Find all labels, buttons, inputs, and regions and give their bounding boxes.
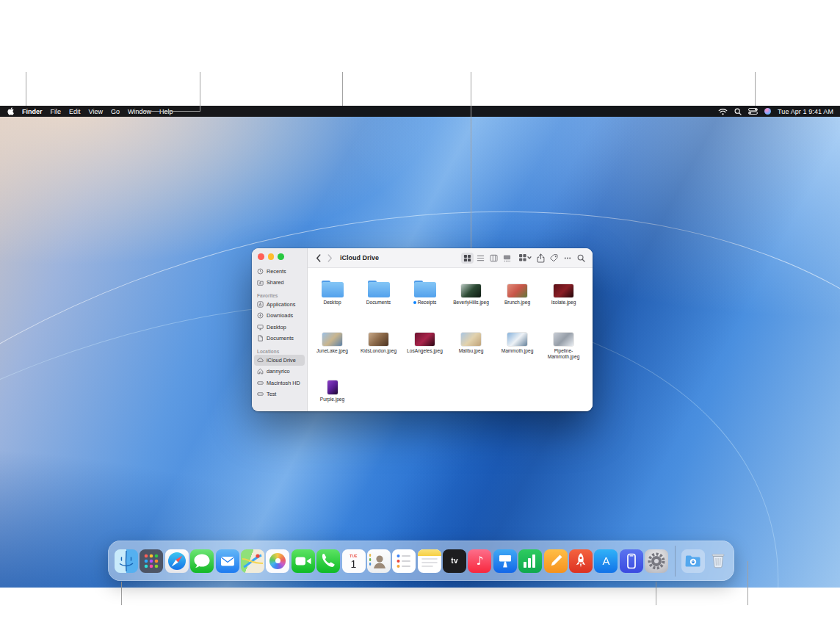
menu-bar-clock[interactable]: Tue Apr 1 9:41 AM <box>778 108 833 115</box>
gallery-view-button[interactable] <box>501 253 513 264</box>
share-icon[interactable] <box>537 253 545 263</box>
close-button[interactable] <box>258 253 264 260</box>
file-documents-folder[interactable]: Documents <box>355 272 402 321</box>
icon-view-button[interactable] <box>461 253 474 264</box>
menu-go[interactable]: Go <box>111 108 120 115</box>
search-icon[interactable] <box>577 254 585 262</box>
callout-line-finder-window <box>471 72 471 249</box>
sidebar-section-locations: Locations <box>252 344 307 355</box>
file-purple[interactable]: Purple.jpeg <box>309 369 355 411</box>
dock-notes-icon[interactable] <box>418 549 441 573</box>
dock-messages-icon[interactable] <box>190 549 214 573</box>
sidebar-item-desktop[interactable]: Desktop <box>254 322 305 333</box>
spotlight-search-icon[interactable] <box>734 108 742 115</box>
dock-photos-icon[interactable] <box>266 549 289 573</box>
image-thumbnail <box>554 284 573 297</box>
sidebar-item-macintosh-hd[interactable]: Macintosh HD <box>254 377 305 389</box>
file-pipeline-mammoth[interactable]: Pipeline-Mammoth.jpeg <box>540 321 587 369</box>
tags-icon[interactable] <box>550 254 558 262</box>
icloud-icon <box>257 357 264 364</box>
sidebar-section-favorites: Favorites <box>252 289 307 299</box>
finder-toolbar: iCloud Drive <box>308 248 593 268</box>
sidebar-item-downloads[interactable]: Downloads <box>254 310 305 322</box>
dock-safari-icon[interactable] <box>165 549 189 573</box>
menu-edit[interactable]: Edit <box>69 108 81 115</box>
file-beverlyhills[interactable]: BeverlyHills.jpeg <box>448 272 494 321</box>
column-view-button[interactable] <box>488 253 500 264</box>
file-label: Malibu.jpeg <box>459 348 484 354</box>
file-receipts-folder[interactable]: Receipts <box>402 272 448 321</box>
music-note-glyph: ♪ <box>476 554 483 568</box>
photos-pinwheel <box>269 553 286 569</box>
file-malibu[interactable]: Malibu.jpeg <box>448 321 494 369</box>
file-mammoth[interactable]: Mammoth.jpeg <box>494 321 540 369</box>
dock-facetime-icon[interactable] <box>292 549 315 573</box>
sidebar-item-home[interactable]: dannyrico <box>254 366 305 377</box>
dock-appstore-icon[interactable]: A <box>594 549 618 573</box>
dock-launchpad-icon[interactable] <box>140 549 163 573</box>
group-by-button[interactable] <box>518 253 532 262</box>
dock-music-icon[interactable]: ♪ <box>468 549 491 573</box>
applications-icon <box>257 301 264 308</box>
home-icon <box>257 368 264 375</box>
dock-downloads-icon[interactable] <box>681 549 705 573</box>
dock-rocket-icon[interactable] <box>569 549 593 573</box>
dock-mail-icon[interactable] <box>216 549 239 573</box>
file-label: Brunch.jpeg <box>504 300 530 306</box>
file-label: Isolate.jpeg <box>551 300 576 306</box>
dock-settings-icon[interactable] <box>645 549 668 573</box>
control-center-icon[interactable] <box>748 108 758 115</box>
more-options-icon[interactable] <box>563 254 572 262</box>
file-kidslondon[interactable]: KidsLondon.jpeg <box>355 321 402 369</box>
file-desktop-folder[interactable]: Desktop <box>309 272 355 321</box>
siri-icon[interactable] <box>764 108 771 115</box>
menu-finder[interactable]: Finder <box>22 108 43 115</box>
image-thumbnail <box>327 380 338 394</box>
dock-finder-icon[interactable] <box>115 549 138 573</box>
apple-menu-icon[interactable] <box>7 107 14 115</box>
sidebar-item-documents[interactable]: Documents <box>254 333 305 344</box>
dock-calendar-icon[interactable]: TUE 1 <box>342 549 366 573</box>
wifi-icon[interactable] <box>718 108 728 115</box>
sidebar-label: Macintosh HD <box>267 380 300 386</box>
sidebar-item-applications[interactable]: Applications <box>254 299 305 311</box>
back-button[interactable] <box>315 253 322 263</box>
file-label: LosAngeles.jpeg <box>407 348 443 354</box>
dock-maps-icon[interactable] <box>241 549 264 573</box>
dock-contacts-icon[interactable] <box>367 549 391 573</box>
zoom-button[interactable] <box>278 253 284 260</box>
forward-button[interactable] <box>327 253 333 263</box>
image-thumbnail <box>369 333 388 346</box>
minimize-button[interactable] <box>268 253 275 260</box>
file-label: KidsLondon.jpeg <box>361 348 397 354</box>
menu-bar: Finder File Edit View Go Window Help Tue… <box>0 106 840 117</box>
dock-keynote-icon[interactable] <box>493 549 517 573</box>
sidebar-label: Desktop <box>267 324 286 330</box>
dock-phone-icon[interactable] <box>316 549 340 573</box>
dock-tv-icon[interactable]: tv <box>443 549 466 573</box>
folder-icon <box>322 282 344 297</box>
dock-reminders-icon[interactable] <box>392 549 416 573</box>
dock-divider <box>675 546 676 577</box>
window-controls <box>252 253 307 260</box>
list-view-button[interactable] <box>474 253 487 264</box>
file-isolate[interactable]: Isolate.jpeg <box>540 272 587 321</box>
image-thumbnail <box>322 333 342 346</box>
file-junelake[interactable]: JuneLake.jpeg <box>309 321 355 369</box>
sidebar-item-test[interactable]: Test <box>254 389 305 400</box>
dock-trash-icon[interactable] <box>706 549 730 573</box>
sidebar-item-recents[interactable]: Recents <box>254 266 305 278</box>
sidebar-item-shared[interactable]: Shared <box>254 277 305 289</box>
callout-line-dock-finder <box>121 582 122 605</box>
file-brunch[interactable]: Brunch.jpeg <box>494 272 540 321</box>
dock-numbers-icon[interactable] <box>518 549 542 573</box>
menu-file[interactable]: File <box>51 108 62 115</box>
document-icon <box>257 335 264 342</box>
file-losangeles[interactable]: LosAngeles.jpeg <box>402 321 448 369</box>
calendar-day: 1 <box>351 559 357 569</box>
sidebar-item-icloud-drive[interactable]: iCloud Drive <box>254 355 305 366</box>
dock-pages-icon[interactable] <box>544 549 568 573</box>
sidebar-label: Recents <box>267 268 286 275</box>
dock-iphone-mirroring-icon[interactable] <box>620 549 643 573</box>
menu-view[interactable]: View <box>89 108 103 115</box>
